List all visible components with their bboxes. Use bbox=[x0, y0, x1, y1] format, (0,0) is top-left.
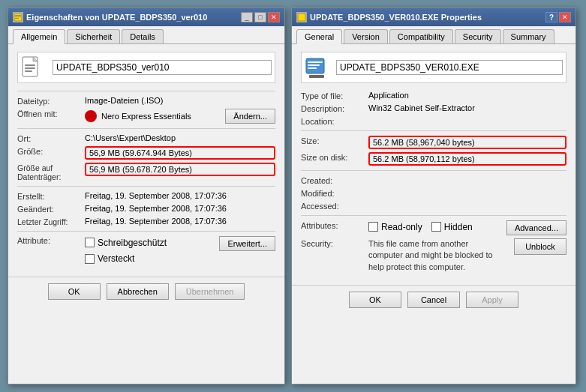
hidden-checkbox[interactable] bbox=[431, 222, 441, 232]
cancel-button[interactable]: Cancel bbox=[407, 292, 460, 308]
tab-sicherheit[interactable]: Sicherheit bbox=[67, 29, 120, 43]
ort-row: Ort: C:\Users\Expert\Desktop bbox=[17, 133, 275, 143]
schreibschutz-label: Schreibgeschützt bbox=[98, 238, 167, 248]
svg-rect-14 bbox=[309, 75, 324, 78]
right-attributes-label: Attributes: bbox=[301, 220, 368, 230]
attribute-checkboxes: Schreibgeschützt Erweitert... Versteckt bbox=[85, 236, 275, 266]
right-file-icon bbox=[305, 55, 329, 79]
security-text: This file came from another computer and… bbox=[368, 238, 502, 273]
groesse-disk-label: Größe auf Datenträger: bbox=[17, 163, 85, 181]
zugriff-value: Freitag, 19. September 2008, 17:07:36 bbox=[85, 217, 275, 226]
apply-button[interactable]: Apply bbox=[466, 292, 518, 308]
tab-version[interactable]: Version bbox=[344, 29, 388, 43]
file-info-row: UPDATE_BDPS350_ver010 bbox=[17, 52, 275, 83]
svg-rect-2 bbox=[15, 16, 21, 17]
left-title-bar: Eigenschaften von UPDATE_BDPS350_ver010 … bbox=[8, 8, 284, 26]
tab-security[interactable]: Security bbox=[455, 29, 501, 43]
versteckt-row: Versteckt bbox=[85, 253, 275, 264]
right-window-title: UPDATE_BDPS350_VER010.EXE Properties bbox=[310, 13, 482, 22]
oeffnen-label: Öffnen mit: bbox=[17, 109, 85, 118]
svg-rect-3 bbox=[15, 18, 19, 19]
accessed-row: Accessed: bbox=[301, 201, 566, 211]
maximize-button[interactable]: □ bbox=[254, 12, 266, 22]
created-label: Created: bbox=[301, 175, 368, 185]
right-window-icon bbox=[296, 12, 307, 22]
separator-1 bbox=[17, 91, 275, 91]
left-window-title: Eigenschaften von UPDATE_BDPS350_ver010 bbox=[26, 13, 207, 22]
dateityp-value: Image-Dateien (.ISO) bbox=[85, 96, 275, 105]
advanced-button[interactable]: Advanced... bbox=[506, 220, 566, 235]
versteckt-checkbox[interactable] bbox=[85, 254, 95, 264]
svg-rect-9 bbox=[298, 13, 305, 21]
zugriff-label: Letzter Zugriff: bbox=[17, 217, 85, 226]
tab-summary[interactable]: Summary bbox=[503, 29, 554, 43]
left-button-row: OK Abbrechen Übernehmen bbox=[8, 277, 284, 306]
tab-details[interactable]: Details bbox=[122, 29, 164, 43]
separator-3 bbox=[17, 186, 275, 187]
attribute-label: Attribute: bbox=[17, 236, 85, 245]
right-title-controls: ? ✕ bbox=[545, 12, 571, 22]
right-close-button[interactable]: ✕ bbox=[559, 12, 571, 22]
title-controls: _ □ ✕ bbox=[241, 12, 280, 22]
erweitert-button[interactable]: Erweitert... bbox=[219, 236, 275, 251]
ok-button-right[interactable]: OK bbox=[349, 292, 401, 308]
svg-rect-1 bbox=[15, 15, 21, 16]
size-disk-label: Size on disk: bbox=[301, 152, 368, 162]
right-separator-2 bbox=[301, 170, 566, 171]
left-tabs: Allgemein Sicherheit Details bbox=[8, 26, 284, 44]
right-separator-3 bbox=[301, 215, 566, 216]
right-tabs: General Version Compatibility Security S… bbox=[292, 26, 575, 44]
schreibschutz-checkbox[interactable] bbox=[85, 238, 95, 247]
right-attributes-row: Attributes: Read-only Hidden Advanced... bbox=[301, 220, 566, 235]
groesse-label: Größe: bbox=[17, 146, 85, 156]
geaendert-label: Geändert: bbox=[17, 204, 85, 214]
unblock-button[interactable]: Unblock bbox=[514, 238, 566, 255]
title-bar-left: Eigenschaften von UPDATE_BDPS350_ver010 bbox=[13, 12, 207, 22]
erstellt-label: Erstellt: bbox=[17, 191, 85, 201]
size-row: Size: 56.2 MB (58,967,040 bytes) bbox=[301, 136, 566, 149]
tab-allgemein[interactable]: Allgemein bbox=[13, 29, 65, 44]
hidden-label: Hidden bbox=[444, 222, 473, 232]
geaendert-value: Freitag, 19. September 2008, 17:07:36 bbox=[85, 204, 275, 213]
close-button[interactable]: ✕ bbox=[268, 12, 280, 22]
minimize-button[interactable]: _ bbox=[241, 12, 253, 22]
svg-rect-12 bbox=[308, 64, 320, 66]
desc-value: Win32 Cabinet Self-Extractor bbox=[368, 103, 566, 112]
groesse-disk-row: Größe auf Datenträger: 56,9 MB (59.678.7… bbox=[17, 163, 275, 181]
right-title-left: UPDATE_BDPS350_VER010.EXE Properties bbox=[296, 12, 482, 22]
erstellt-row: Erstellt: Freitag, 19. September 2008, 1… bbox=[17, 191, 275, 201]
help-button[interactable]: ? bbox=[545, 12, 557, 22]
svg-rect-13 bbox=[308, 67, 317, 69]
type-label: Type of file: bbox=[301, 91, 368, 100]
dateityp-label: Dateityp: bbox=[17, 96, 85, 106]
schreibschutz-row: Schreibgeschützt bbox=[85, 238, 167, 248]
groesse-value: 56,9 MB (59.674.944 Bytes) bbox=[85, 146, 275, 160]
ort-value: C:\Users\Expert\Desktop bbox=[85, 133, 275, 142]
file-icon bbox=[21, 55, 45, 79]
accessed-label: Accessed: bbox=[301, 201, 368, 211]
groesse-disk-value: 56,9 MB (59.678.720 Bytes) bbox=[85, 163, 275, 176]
ort-label: Ort: bbox=[17, 133, 85, 143]
readonly-label: Read-only bbox=[381, 222, 422, 232]
right-file-name-display: UPDATE_BDPS350_VER010.EXE bbox=[336, 60, 563, 75]
left-window: Eigenschaften von UPDATE_BDPS350_ver010 … bbox=[8, 7, 285, 385]
tab-general[interactable]: General bbox=[296, 29, 342, 44]
modified-row: Modified: bbox=[301, 188, 566, 198]
readonly-checkbox[interactable] bbox=[368, 222, 378, 232]
abbrechen-button[interactable]: Abbrechen bbox=[107, 283, 169, 300]
oeffnen-row: Öffnen mit: Nero Express Essentials Ände… bbox=[17, 109, 275, 124]
aendern-button[interactable]: Ändern... bbox=[225, 109, 275, 124]
ok-button-left[interactable]: OK bbox=[48, 283, 101, 300]
type-row: Type of file: Application bbox=[301, 91, 566, 100]
erstellt-value: Freitag, 19. September 2008, 17:07:36 bbox=[85, 191, 275, 200]
right-button-row: OK Cancel Apply bbox=[292, 285, 575, 314]
separator-4 bbox=[17, 231, 275, 232]
desc-row: Description: Win32 Cabinet Self-Extracto… bbox=[301, 103, 566, 113]
file-name-display: UPDATE_BDPS350_ver010 bbox=[53, 60, 272, 75]
svg-rect-6 bbox=[25, 64, 35, 66]
attribute-section: Attribute: Schreibgeschützt Erweitert...… bbox=[17, 236, 275, 266]
tab-compatibility[interactable]: Compatibility bbox=[389, 29, 453, 43]
right-title-bar: UPDATE_BDPS350_VER010.EXE Properties ? ✕ bbox=[292, 8, 575, 26]
uebernehmen-button[interactable]: Übernehmen bbox=[175, 283, 245, 300]
type-value: Application bbox=[368, 91, 566, 100]
